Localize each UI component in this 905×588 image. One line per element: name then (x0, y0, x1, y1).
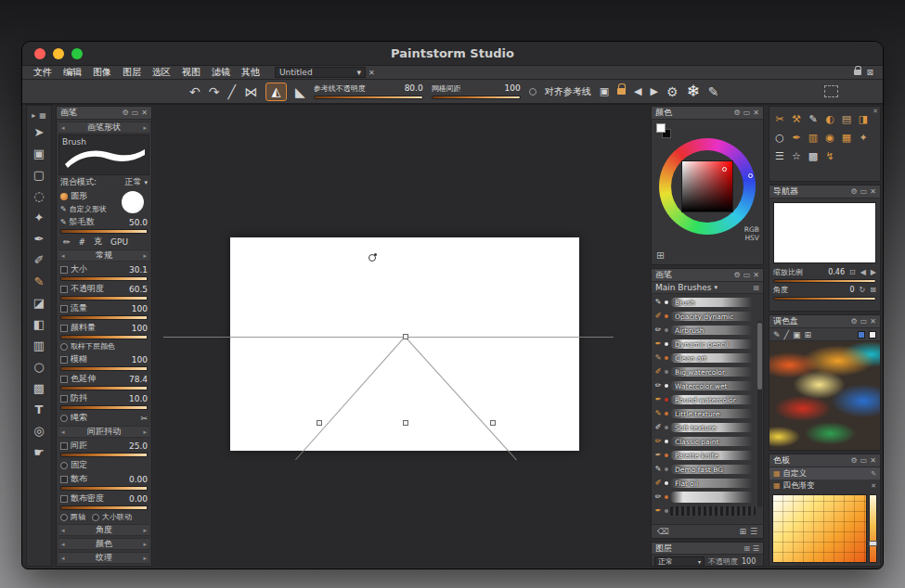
dynamics-toggle-icon[interactable] (60, 442, 68, 450)
close-all-icon[interactable]: ⊠ (866, 68, 873, 77)
crop-tool-icon[interactable]: ▣ (27, 143, 51, 164)
gear-icon[interactable]: ⚙ (734, 271, 741, 279)
canvas-area[interactable] (153, 105, 651, 567)
spacing-slider[interactable] (60, 453, 148, 457)
blur-slider[interactable] (60, 366, 148, 371)
gear-icon[interactable]: ⚙ (851, 456, 858, 465)
next-guide-button[interactable]: ▶ (651, 86, 658, 96)
menu-select[interactable]: 选区 (147, 66, 176, 79)
brush-list-item[interactable]: ✐ Flat oil (653, 476, 756, 490)
brush-shape-preview[interactable]: Brush (58, 134, 149, 175)
trash-icon[interactable]: ⌫ (657, 527, 669, 536)
brush-list-item[interactable]: ✐ Big watercolor (653, 364, 756, 378)
scissors-shortcut-icon[interactable]: ✂ (771, 109, 788, 128)
edit-guides-pencil-icon[interactable]: ✎ (708, 85, 719, 98)
brush-shape-section-header[interactable]: ◂ 画笔形状 ▸ (58, 121, 149, 134)
guide-handle[interactable] (403, 420, 408, 426)
grid-shortcut-icon[interactable]: ▦ (838, 128, 855, 147)
gradient-tool-icon[interactable]: ▥ (27, 335, 51, 356)
selection-frame-icon[interactable] (824, 85, 838, 97)
close-icon[interactable]: ✕ (871, 482, 876, 490)
brush-list-item[interactable]: ✏ Classic paint (653, 434, 756, 448)
eraser-tool-icon[interactable]: ◪ (27, 292, 51, 313)
redo-button[interactable]: ↷ (209, 85, 220, 98)
colors-shortcut-icon[interactable]: ◉ (821, 128, 838, 147)
brush-list-item[interactable]: ✎ Demo fast BG (653, 462, 756, 476)
grid-view-icon[interactable]: ⊞ (753, 284, 759, 292)
stamp-shortcut-icon[interactable]: ▤ (838, 109, 855, 128)
tip-custom-option[interactable]: ✎ 自定义形状 (58, 203, 122, 215)
line-tool-button[interactable]: ╱ (227, 85, 235, 98)
brush-list-item[interactable]: ✒ Round watercolor (653, 392, 756, 406)
rgb-mode-label[interactable]: RGB (744, 225, 759, 234)
dynamics-toggle-icon[interactable] (60, 476, 68, 483)
two-axis-radio-icon[interactable] (60, 514, 68, 521)
gear-icon[interactable]: ⚙ (851, 187, 858, 196)
rope-mode-row[interactable]: 绳索 ✂ (58, 411, 149, 425)
mixer-color-swatch-blue[interactable] (858, 331, 865, 339)
dynamics-toggle-icon[interactable] (60, 495, 68, 503)
minimize-icon[interactable]: ▭ (860, 187, 868, 196)
brush-list-item[interactable]: ✏ Airbrush (653, 323, 756, 337)
sample-underlying-option[interactable]: 取样下层颜色 (58, 340, 149, 352)
prev-guide-button[interactable]: ◀ (634, 86, 641, 96)
mode-ke-button[interactable]: 克 (91, 236, 105, 248)
fence-shortcut-icon[interactable]: ▩ (805, 147, 821, 165)
list-icon[interactable]: ☰ (753, 544, 759, 553)
strip-grid-icon[interactable]: ▦ (39, 111, 46, 120)
brush-group-dropdown[interactable]: Main Brushes ▾ ⊞ (652, 282, 763, 294)
blend-mode-dropdown[interactable]: 混合模式: 正常 ▾ (58, 175, 149, 189)
minimize-icon[interactable]: ▭ (132, 109, 139, 117)
gear-icon[interactable]: ⚙ (851, 317, 858, 326)
tip-round-option[interactable]: 圆形 (58, 189, 122, 203)
minimize-icon[interactable]: ▭ (860, 456, 868, 465)
opacity-slider[interactable] (60, 296, 148, 300)
general-section-header[interactable]: ◂ 常规 ▸ (58, 249, 149, 262)
pen-shortcut-icon[interactable]: ✒ (788, 128, 805, 147)
document-tab-close-icon[interactable]: ✕ (368, 69, 375, 77)
brush-list-item[interactable]: ✎ Little texture (653, 406, 756, 420)
grid-icon[interactable]: ⊞ (743, 544, 750, 553)
brush-list-item[interactable]: ✏ Watercolor wet (653, 378, 756, 392)
gear-icon[interactable]: ⚙ (123, 109, 129, 117)
chevron-right-icon[interactable]: ▸ (143, 527, 147, 534)
gradient-slider-handle[interactable] (869, 541, 877, 546)
brush-list-item[interactable]: ✒ Dynamic pencil (653, 337, 756, 351)
book-shortcut-icon[interactable]: ▥ (805, 128, 821, 147)
dynamics-toggle-icon[interactable] (60, 325, 68, 332)
mode-gpu-button[interactable]: GPU (108, 237, 131, 247)
sv-marker[interactable] (722, 167, 727, 172)
brush-list-item[interactable]: ✐ Opacity dynamic (653, 309, 756, 323)
brush-list-item[interactable]: ✎ Clean art (653, 351, 756, 364)
ellipse-shortcut-icon[interactable]: ○ (771, 128, 788, 147)
list-shortcut-icon[interactable]: ☰ (771, 147, 788, 165)
size-link-radio-icon[interactable] (92, 514, 99, 521)
fill-tool-icon[interactable]: ◧ (27, 313, 51, 335)
guide-lock-icon[interactable] (617, 88, 626, 95)
zoom-window-button[interactable] (71, 48, 83, 59)
scrollbar-thumb[interactable] (757, 323, 762, 390)
fit-icon[interactable]: ⊡ (849, 268, 856, 276)
menu-image[interactable]: 图像 (87, 66, 117, 79)
close-icon[interactable]: ✕ (870, 187, 876, 196)
vanishing-point-handle[interactable] (403, 334, 408, 339)
guide-settings-gear-icon[interactable]: ⚙ (666, 85, 679, 98)
menu-view[interactable]: 视图 (176, 66, 206, 79)
mixer-grid-icon[interactable]: ⊞ (804, 330, 811, 339)
rotate-reset-icon[interactable]: ↻ (860, 286, 866, 294)
magic-wand-tool-icon[interactable]: ✦ (27, 207, 51, 228)
zoom-out-icon[interactable]: ◀ (860, 268, 866, 276)
close-icon[interactable]: ✕ (753, 109, 759, 117)
zoom-in-icon[interactable]: ▶ (871, 268, 876, 276)
marquee-tool-icon[interactable]: ▢ (27, 164, 51, 185)
wand-shortcut-icon[interactable]: ✦ (855, 128, 872, 147)
dynamics-toggle-icon[interactable] (60, 356, 68, 364)
navigator-preview[interactable] (773, 202, 876, 263)
minimize-icon[interactable]: ▭ (743, 109, 751, 117)
eyedropper-tool-icon[interactable]: ✐ (27, 249, 51, 271)
scatter-slider[interactable] (60, 486, 148, 491)
gradient-swatch-grid[interactable] (772, 494, 867, 563)
bristles-slider[interactable] (60, 229, 148, 234)
chevron-right-icon[interactable]: ▸ (143, 252, 147, 260)
layers-shortcut-icon[interactable]: ◨ (855, 109, 872, 128)
